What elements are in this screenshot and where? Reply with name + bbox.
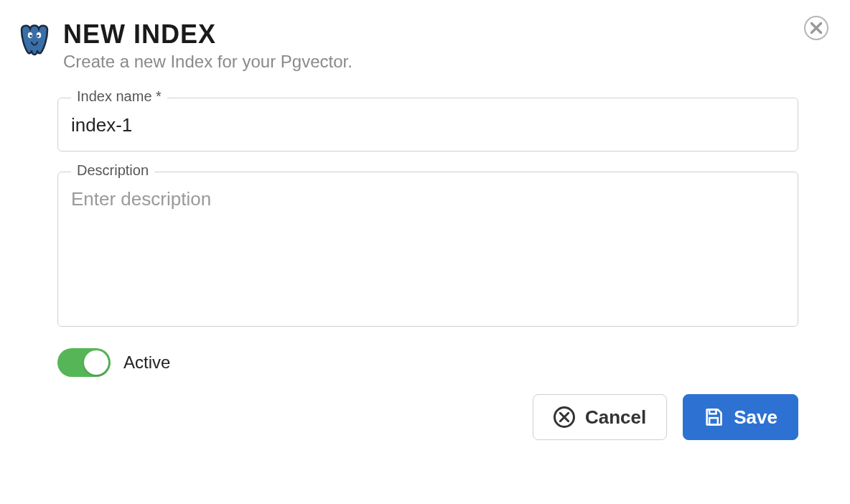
cancel-button[interactable]: Cancel [533,394,667,440]
toggle-knob [84,350,108,375]
cancel-button-label: Cancel [585,408,646,426]
description-label: Description [71,162,154,179]
index-name-input[interactable] [58,98,798,151]
description-input[interactable] [58,172,798,323]
active-toggle[interactable] [57,348,111,377]
modal-title: NEW INDEX [63,20,824,49]
active-toggle-row: Active [57,348,798,377]
modal-header: NEW INDEX Create a new Index for your Pg… [17,20,824,72]
index-name-label: Index name * [71,88,167,105]
form-area: Index name * Description Active Cancel [17,98,824,440]
active-toggle-label: Active [123,353,170,373]
save-icon [704,407,724,427]
modal-subtitle: Create a new Index for your Pgvector. [63,52,824,72]
svg-rect-5 [709,418,718,424]
svg-point-2 [29,34,32,37]
svg-rect-4 [709,409,716,414]
close-icon [811,22,822,34]
actions-row: Cancel Save [57,394,798,440]
svg-point-3 [37,34,39,37]
description-fieldset: Description [57,172,798,327]
save-button[interactable]: Save [683,394,798,440]
index-name-fieldset: Index name * [57,98,798,151]
cancel-icon [554,406,575,428]
postgres-icon [17,23,52,59]
save-button-label: Save [734,408,777,426]
close-button[interactable] [804,16,828,40]
new-index-modal: NEW INDEX Create a new Index for your Pg… [0,0,850,466]
